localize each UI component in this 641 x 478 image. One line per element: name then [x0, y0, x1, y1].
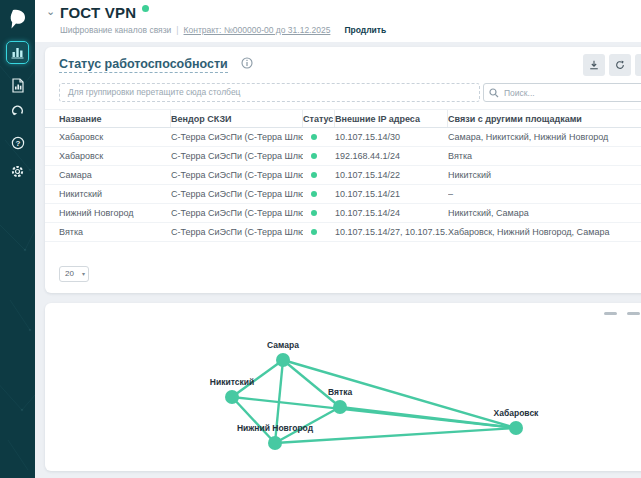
cell-vendor: С-Терра СиЭсПи (С-Терра Шлюз): [171, 204, 303, 222]
status-ok-dot: [311, 153, 317, 159]
topology-edge: [340, 407, 516, 428]
cell-status: [303, 223, 335, 241]
cell-links: Никитский, Самара: [448, 204, 641, 222]
col-header-status[interactable]: Статус: [303, 110, 335, 127]
gear-icon: [10, 164, 25, 179]
topology-card: СамараНикитскийВяткаНижний НовгородХабар…: [45, 303, 641, 471]
question-circle-icon: ?: [11, 136, 25, 150]
cell-links: Хабаровск, Нижний Новгород, Самара: [448, 223, 641, 241]
cell-name: Самара: [59, 166, 171, 184]
cell-links: Самара, Никитский, Нижний Новгород: [448, 128, 641, 146]
col-header-name[interactable]: Название: [59, 110, 171, 127]
cell-vendor: С-Терра СиЭсПи (С-Терра Шлюз): [171, 185, 303, 203]
download-button[interactable]: [583, 54, 605, 76]
topology-node[interactable]: [276, 353, 290, 367]
page-header: ⌄ ГОСТ VPN Шифрование каналов связи|Конт…: [35, 0, 641, 42]
download-icon: [589, 59, 599, 71]
table-header-row: Название Вендор СКЗИ Статус Внешние IP а…: [45, 109, 641, 128]
sidebar-item-help[interactable]: ?: [6, 131, 29, 154]
cell-ips: 10.107.15.14/27, 10.107.15.14/29: [335, 223, 448, 241]
table-row[interactable]: ХабаровскС-Терра СиЭсПи (С-Терра Шлюз)10…: [45, 128, 641, 147]
sidebar-item-reports[interactable]: [6, 74, 29, 97]
topology-edge: [283, 360, 516, 428]
topology-node-label: Хабаровск: [494, 408, 539, 418]
cell-status: [303, 147, 335, 165]
cell-name: Никитский: [59, 185, 171, 203]
status-card: Статус работоспособности Для группировки…: [45, 47, 641, 293]
cell-name: Хабаровск: [59, 147, 171, 165]
search-icon: [489, 88, 499, 98]
status-ok-dot: [311, 229, 317, 235]
col-header-ips[interactable]: Внешние IP адреса: [335, 110, 448, 127]
sidebar-constellation-pattern: [0, 0, 35, 478]
bar-chart-icon: [11, 46, 24, 59]
sidebar-item-support[interactable]: [6, 99, 29, 122]
table-row[interactable]: НикитскийС-Терра СиЭсПи (С-Терра Шлюз)10…: [45, 185, 641, 204]
info-icon[interactable]: [241, 57, 253, 69]
table-row[interactable]: СамараС-Терра СиЭсПи (С-Терра Шлюз)10.10…: [45, 166, 641, 185]
cell-ips: 10.107.15.14/21: [335, 185, 448, 203]
caret-down-icon: ▾: [82, 267, 85, 281]
topology-node[interactable]: [268, 436, 282, 450]
status-card-title[interactable]: Статус работоспособности: [59, 57, 228, 73]
topology-node[interactable]: [225, 390, 239, 404]
refresh-icon: [615, 59, 625, 71]
cell-status: [303, 166, 335, 184]
groupby-dropzone[interactable]: Для группировки перетащите сюда столбец: [59, 83, 480, 102]
table-row[interactable]: ХабаровскС-Терра СиЭсПи (С-Терра Шлюз)19…: [45, 147, 641, 166]
topology-node-label: Вятка: [328, 387, 353, 397]
cell-ips: 10.107.15.14/30: [335, 128, 448, 146]
table-row[interactable]: ВяткаС-Терра СиЭсПи (С-Терра Шлюз)10.107…: [45, 223, 641, 242]
status-ok-dot: [311, 134, 317, 140]
cell-name: Вятка: [59, 223, 171, 241]
col-header-links[interactable]: Связи с другими площадками: [448, 110, 641, 127]
cell-links: Вятка: [448, 147, 641, 165]
subtitle-text: Шифрование каналов связи: [60, 25, 171, 35]
collapse-chevron-icon[interactable]: ⌄: [46, 5, 55, 18]
table-toolbar: [583, 54, 641, 76]
cell-ips: 192.168.44.1/24: [335, 147, 448, 165]
service-subtitle: Шифрование каналов связи|Контракт: №0000…: [60, 25, 386, 35]
sidebar: ?: [0, 0, 35, 478]
search-input[interactable]: [502, 84, 641, 101]
status-ok-dot: [311, 210, 317, 216]
table-row[interactable]: Нижний НовгородС-Терра СиЭсПи (С-Терра Ш…: [45, 204, 641, 223]
cell-vendor: С-Терра СиЭсПи (С-Терра Шлюз): [171, 128, 303, 146]
subtitle-separator: |: [176, 25, 178, 35]
search-box: [483, 83, 641, 102]
topology-node-label: Нижний Новгород: [237, 423, 314, 433]
topology-node[interactable]: [509, 421, 523, 435]
refresh-button[interactable]: [609, 54, 631, 76]
page-size-select[interactable]: 20 ▾: [59, 266, 89, 282]
topology-node-label: Самара: [267, 340, 299, 350]
cell-name: Хабаровск: [59, 128, 171, 146]
report-document-icon: [11, 78, 25, 93]
status-table: Название Вендор СКЗИ Статус Внешние IP а…: [45, 109, 641, 242]
page-title: ГОСТ VPN: [60, 4, 149, 21]
cell-links: –: [448, 185, 641, 203]
columns-button[interactable]: [635, 54, 641, 76]
cell-name: Нижний Новгород: [59, 204, 171, 222]
status-ok-dot: [311, 191, 317, 197]
status-ok-dot: [311, 172, 317, 178]
cell-status: [303, 128, 335, 146]
cell-links: Никитский: [448, 166, 641, 184]
topology-edge: [232, 397, 275, 443]
undo-arrow-icon: [11, 104, 25, 118]
topology-node[interactable]: [333, 400, 347, 414]
cell-status: [303, 185, 335, 203]
col-header-vendor[interactable]: Вендор СКЗИ: [171, 110, 303, 127]
sidebar-item-settings[interactable]: [6, 160, 29, 183]
contract-link[interactable]: Контракт: №000000-00 до 31.12.2025: [184, 25, 331, 35]
brand-logo[interactable]: [6, 8, 28, 30]
table-body: ХабаровскС-Терра СиЭсПи (С-Терра Шлюз)10…: [45, 128, 641, 242]
topology-svg: СамараНикитскийВяткаНижний НовгородХабар…: [45, 303, 641, 471]
cell-vendor: С-Терра СиЭсПи (С-Терра Шлюз): [171, 166, 303, 184]
topology-node-label: Никитский: [210, 377, 254, 387]
topology-edge: [283, 360, 340, 407]
renew-button[interactable]: Продлить: [344, 25, 386, 35]
service-name: ГОСТ VPN: [60, 4, 136, 21]
cell-status: [303, 204, 335, 222]
sidebar-item-dashboard[interactable]: [6, 41, 29, 64]
svg-text:?: ?: [15, 138, 20, 147]
